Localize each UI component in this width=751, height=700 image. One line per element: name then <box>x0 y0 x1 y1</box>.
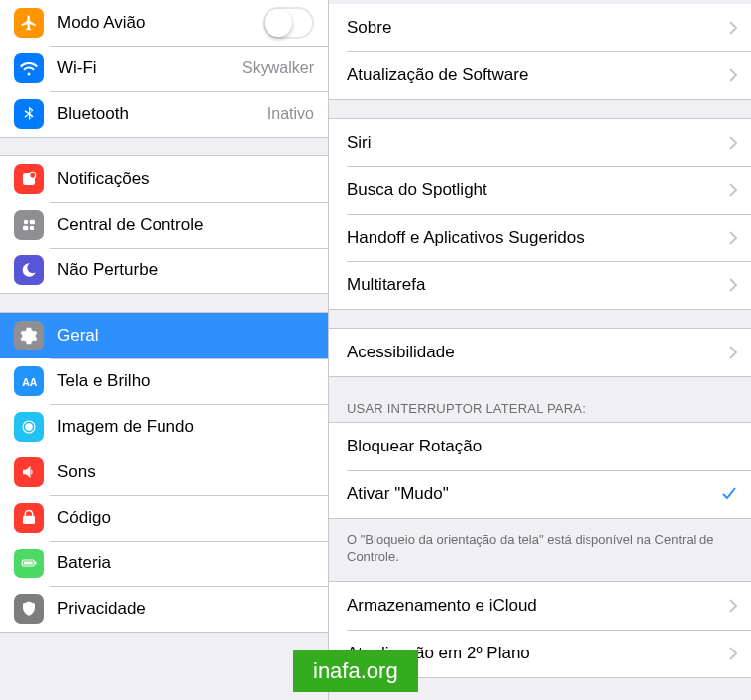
detail-item-accessibility[interactable]: Acessibilidade <box>329 329 751 376</box>
watermark: inafa.org <box>293 650 418 692</box>
svg-rect-5 <box>23 226 28 231</box>
chevron-right-icon <box>729 21 737 35</box>
detail-item-software-update[interactable]: Atualização de Software <box>329 51 751 99</box>
detail-group-accessibility: Acessibilidade <box>329 328 751 377</box>
detail-group-about: Sobre Atualização de Software <box>329 4 751 100</box>
detail-item-lock-rotation[interactable]: Bloquear Rotação <box>329 423 751 470</box>
sounds-icon <box>14 457 44 487</box>
svg-rect-11 <box>24 562 33 565</box>
sidebar-item-label: Modo Avião <box>57 13 263 33</box>
sidebar-item-wifi[interactable]: Wi-Fi Skywalker <box>0 46 328 91</box>
detail-item-spotlight[interactable]: Busca do Spotlight <box>329 166 751 214</box>
general-detail-pane: Sobre Atualização de Software Siri Busca… <box>329 0 751 700</box>
airplane-icon <box>14 8 44 38</box>
svg-point-1 <box>30 172 36 178</box>
dnd-icon <box>14 255 44 285</box>
wallpaper-icon <box>14 412 44 442</box>
gear-icon <box>14 321 44 350</box>
svg-point-7 <box>25 423 33 431</box>
sidebar-item-notifications[interactable]: Notificações <box>0 156 328 202</box>
sidebar-item-wallpaper[interactable]: Imagem de Fundo <box>0 404 328 450</box>
check-icon <box>721 486 737 502</box>
sidebar-item-label: Código <box>57 508 314 528</box>
battery-icon <box>14 549 44 578</box>
svg-rect-3 <box>30 220 35 225</box>
detail-item-mute[interactable]: Ativar "Mudo" <box>329 470 751 518</box>
chevron-right-icon <box>729 346 737 359</box>
sidebar-item-privacy[interactable]: Privacidade <box>0 586 328 632</box>
chevron-right-icon <box>729 136 737 150</box>
detail-item-label: Sobre <box>347 18 719 38</box>
detail-item-storage[interactable]: Armazenamento e iCloud <box>329 582 751 630</box>
detail-item-label: Handoff e Aplicativos Sugeridos <box>347 228 719 248</box>
wifi-icon <box>14 53 44 83</box>
svg-rect-12 <box>35 562 37 565</box>
sidebar-item-label: Não Perturbe <box>57 260 314 280</box>
bluetooth-icon <box>14 99 44 129</box>
sidebar-item-display[interactable]: AA Tela e Brilho <box>0 358 328 404</box>
chevron-right-icon <box>729 68 737 82</box>
sidebar-item-airplane[interactable]: Modo Avião <box>0 0 328 46</box>
display-icon: AA <box>14 366 44 396</box>
detail-item-label: Atualização de Software <box>347 65 719 85</box>
detail-item-label: Acessibilidade <box>347 343 719 362</box>
privacy-icon <box>14 594 44 624</box>
sidebar-item-passcode[interactable]: Código <box>0 495 328 541</box>
chevron-right-icon <box>729 647 737 660</box>
notifications-icon <box>14 164 44 194</box>
svg-rect-9 <box>23 516 35 524</box>
detail-group-side-switch: Bloquear Rotação Ativar "Mudo" <box>329 422 751 519</box>
settings-sidebar: Modo Avião Wi-Fi Skywalker Bluetooth Ina… <box>0 0 329 700</box>
sidebar-group-notify: Notificações Central de Controle Não Per… <box>0 155 328 294</box>
svg-point-4 <box>30 226 35 231</box>
sidebar-item-general[interactable]: Geral <box>0 313 328 358</box>
sidebar-item-label: Wi-Fi <box>57 58 234 78</box>
detail-item-siri[interactable]: Siri <box>329 119 751 166</box>
airplane-toggle[interactable] <box>263 7 314 39</box>
detail-item-label: Multitarefa <box>347 275 719 295</box>
detail-item-label: Armazenamento e iCloud <box>347 596 719 616</box>
sidebar-item-label: Sons <box>57 462 314 482</box>
sidebar-item-label: Central de Controle <box>57 215 314 235</box>
sidebar-item-dnd[interactable]: Não Perturbe <box>0 248 328 293</box>
bluetooth-value: Inativo <box>268 105 314 123</box>
chevron-right-icon <box>729 599 737 613</box>
sidebar-group-general: Geral AA Tela e Brilho Imagem de Fundo S… <box>0 312 328 633</box>
sidebar-item-label: Imagem de Fundo <box>57 417 314 437</box>
sidebar-item-bluetooth[interactable]: Bluetooth Inativo <box>0 91 328 137</box>
sidebar-item-label: Geral <box>57 326 314 346</box>
control-center-icon <box>14 210 44 240</box>
detail-item-label: Busca do Spotlight <box>347 180 719 200</box>
chevron-right-icon <box>729 231 737 245</box>
svg-point-2 <box>24 220 29 225</box>
svg-text:AA: AA <box>22 376 38 388</box>
sidebar-item-label: Privacidade <box>57 599 314 619</box>
chevron-right-icon <box>729 278 737 292</box>
detail-item-multitask[interactable]: Multitarefa <box>329 261 751 309</box>
detail-group-siri: Siri Busca do Spotlight Handoff e Aplica… <box>329 118 751 310</box>
detail-item-label: Ativar "Mudo" <box>347 484 721 504</box>
side-switch-header: Usar interruptor lateral para: <box>329 395 751 422</box>
detail-item-label: Siri <box>347 133 719 152</box>
sidebar-item-label: Bateria <box>57 553 314 573</box>
sidebar-item-control-center[interactable]: Central de Controle <box>0 202 328 248</box>
sidebar-item-label: Tela e Brilho <box>57 371 314 391</box>
detail-item-handoff[interactable]: Handoff e Aplicativos Sugeridos <box>329 214 751 261</box>
sidebar-item-sounds[interactable]: Sons <box>0 450 328 495</box>
side-switch-footer: O "Bloqueio da orientação da tela" está … <box>329 525 751 581</box>
sidebar-group-network: Modo Avião Wi-Fi Skywalker Bluetooth Ina… <box>0 0 328 138</box>
detail-item-about[interactable]: Sobre <box>329 4 751 51</box>
sidebar-item-battery[interactable]: Bateria <box>0 541 328 586</box>
passcode-icon <box>14 503 44 533</box>
chevron-right-icon <box>729 183 737 197</box>
detail-item-label: Bloquear Rotação <box>347 437 737 456</box>
sidebar-item-label: Notificações <box>57 169 314 189</box>
sidebar-item-label: Bluetooth <box>57 104 260 124</box>
wifi-value: Skywalker <box>242 59 314 77</box>
